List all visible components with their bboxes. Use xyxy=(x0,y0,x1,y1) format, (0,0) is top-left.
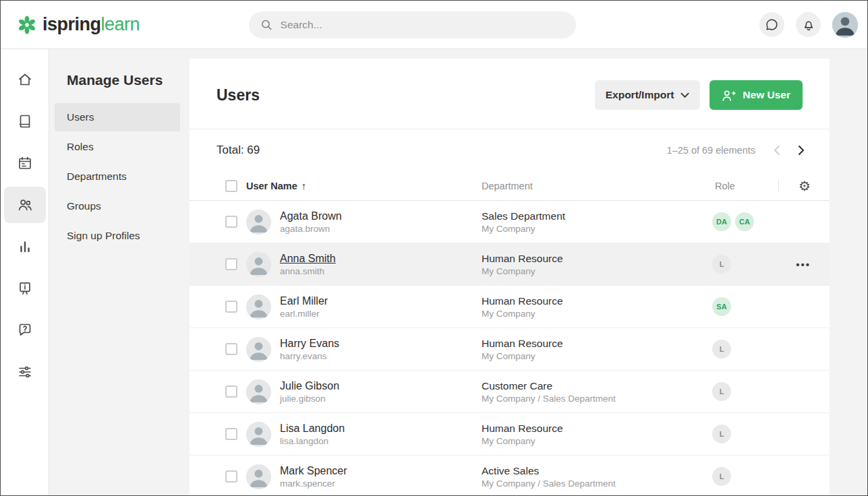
user-name[interactable]: Agata Brown xyxy=(280,210,342,222)
role-badge: L xyxy=(712,425,731,443)
row-checkbox[interactable] xyxy=(225,216,237,228)
user-name[interactable]: Mark Spencer xyxy=(280,465,347,477)
department-name: Human Resource xyxy=(482,253,711,265)
nav-reports[interactable] xyxy=(4,228,46,265)
table-body: Agata Brown agata.brown Sales Department… xyxy=(190,201,830,495)
message-bubble-icon xyxy=(765,18,779,32)
topbar-actions xyxy=(759,12,858,38)
user-login: earl.miller xyxy=(280,309,328,319)
nav-kiosk[interactable] xyxy=(4,270,46,307)
sidebar-item[interactable]: Users xyxy=(55,103,180,131)
calendar-icon xyxy=(17,155,33,171)
user-name[interactable]: Lisa Langdon xyxy=(280,423,345,435)
avatar xyxy=(246,210,271,235)
new-user-label: New User xyxy=(743,89,790,101)
search-bar[interactable] xyxy=(249,11,576,38)
role-badges: DACA xyxy=(711,212,778,231)
user-name[interactable]: Anna Smith xyxy=(280,253,336,265)
row-menu-button[interactable]: ••• xyxy=(796,259,811,270)
department-name: Active Sales xyxy=(482,465,711,477)
user-name[interactable]: Earl Miller xyxy=(280,295,328,307)
users-icon xyxy=(17,197,33,213)
column-header-department[interactable]: Department xyxy=(482,181,711,191)
table-row[interactable]: Julie Gibson julie.gibson Customer Care … xyxy=(190,371,830,413)
table-row[interactable]: Anna Smith anna.smith Human Resource My … xyxy=(190,243,830,286)
sidebar-item[interactable]: Roles xyxy=(55,133,180,161)
messages-button[interactable] xyxy=(759,12,784,37)
add-user-icon xyxy=(722,89,736,102)
bar-chart-icon xyxy=(17,239,33,255)
main-area: Users Export/Import xyxy=(190,49,867,495)
nav-home[interactable] xyxy=(4,61,46,98)
role-badges: L xyxy=(711,255,778,274)
nav-content[interactable] xyxy=(4,103,46,140)
row-checkbox[interactable] xyxy=(225,428,237,440)
table-row[interactable]: Lisa Langdon lisa.langdon Human Resource… xyxy=(190,413,830,456)
sliders-icon xyxy=(17,364,33,380)
export-import-button[interactable]: Export/Import xyxy=(595,80,701,110)
user-name[interactable]: Julie Gibson xyxy=(280,380,339,392)
column-header-role[interactable]: Role xyxy=(711,181,778,191)
table-row[interactable]: Mark Spencer mark.spencer Active Sales M… xyxy=(190,456,830,495)
row-checkbox[interactable] xyxy=(225,470,237,483)
nav-users[interactable] xyxy=(4,187,46,223)
department-path: My Company xyxy=(482,266,711,276)
bell-icon xyxy=(801,18,816,32)
user-login: mark.spencer xyxy=(280,478,347,489)
search-input[interactable] xyxy=(281,19,565,31)
role-badges: L xyxy=(711,340,778,359)
role-badges: L xyxy=(711,425,778,443)
role-badge: L xyxy=(712,340,731,359)
sidebar-item[interactable]: Departments xyxy=(55,162,180,191)
role-badge: SA xyxy=(712,297,731,316)
user-avatar[interactable] xyxy=(832,12,858,38)
notifications-button[interactable] xyxy=(796,12,821,37)
role-badge: L xyxy=(712,382,731,401)
table-row[interactable]: Harry Evans harry.evans Human Resource M… xyxy=(190,328,830,371)
role-badge: CA xyxy=(735,212,754,231)
department-path: My Company xyxy=(482,436,711,446)
department-name: Human Resource xyxy=(482,423,711,435)
app-logo[interactable]: ispringlearn xyxy=(17,14,140,35)
user-name[interactable]: Harry Evans xyxy=(280,338,339,350)
help-chat-icon xyxy=(17,322,33,338)
new-user-button[interactable]: New User xyxy=(710,80,803,110)
department-name: Customer Care xyxy=(482,380,711,392)
chevron-down-icon xyxy=(681,92,689,98)
book-icon xyxy=(17,113,33,129)
export-import-label: Export/Import xyxy=(606,89,674,101)
department-name: Human Resource xyxy=(482,295,711,307)
sidebar-menu: UsersRolesDepartmentsGroupsSign up Profi… xyxy=(55,103,180,250)
role-badge: L xyxy=(712,467,731,486)
row-checkbox[interactable] xyxy=(225,343,237,355)
sidebar-item-label: Groups xyxy=(67,200,101,212)
chevron-left-icon xyxy=(774,145,780,156)
column-header-user-name[interactable]: User Name ↑ xyxy=(246,180,482,191)
nav-settings[interactable] xyxy=(4,354,46,390)
table-row[interactable]: Agata Brown agata.brown Sales Department… xyxy=(190,201,830,243)
table-row[interactable]: Earl Miller earl.miller Human Resource M… xyxy=(190,286,830,328)
pagination-next-button[interactable] xyxy=(792,141,811,160)
row-checkbox[interactable] xyxy=(225,301,237,313)
sidebar-item[interactable]: Sign up Profiles xyxy=(55,222,180,250)
sidebar-item-label: Departments xyxy=(67,170,127,183)
sidebar-item-label: Roles xyxy=(67,141,94,153)
logo-text: ispringlearn xyxy=(42,14,140,35)
search-icon xyxy=(260,18,274,32)
select-all-checkbox[interactable] xyxy=(225,180,237,192)
chevron-right-icon xyxy=(798,145,805,156)
pagination-prev-button[interactable] xyxy=(768,141,786,160)
column-settings-gear-icon[interactable]: ⚙ xyxy=(799,179,811,193)
department-path: My Company xyxy=(482,309,711,319)
row-checkbox[interactable] xyxy=(225,385,237,398)
sidebar-item[interactable]: Groups xyxy=(55,192,180,220)
sidebar-item-label: Sign up Profiles xyxy=(67,230,140,242)
nav-calendar[interactable] xyxy=(4,145,46,181)
avatar xyxy=(246,379,271,404)
pagination: 1–25 of 69 elements xyxy=(667,141,811,160)
role-badges: L xyxy=(711,467,778,486)
home-icon xyxy=(17,71,33,88)
row-checkbox[interactable] xyxy=(225,258,237,270)
page-title: Manage Users xyxy=(67,72,180,88)
nav-support[interactable] xyxy=(4,312,46,348)
